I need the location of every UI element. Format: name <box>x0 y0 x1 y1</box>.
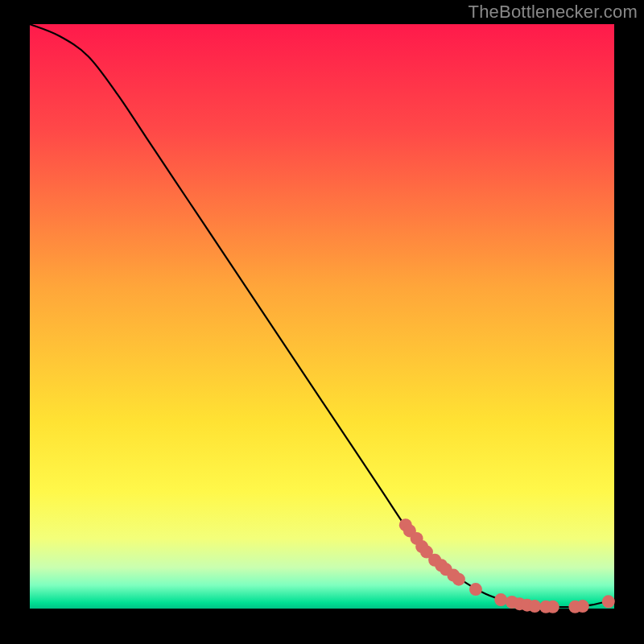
data-point <box>469 583 482 596</box>
data-point <box>547 601 559 613</box>
data-point <box>494 593 507 606</box>
data-point <box>452 573 465 586</box>
attribution-text: TheBottlenecker.com <box>469 2 638 23</box>
chart-container: TheBottlenecker.com <box>0 0 644 644</box>
data-point <box>528 600 541 613</box>
chart-svg <box>0 0 644 644</box>
plot-background <box>30 24 614 609</box>
data-point <box>602 595 615 608</box>
data-point <box>576 600 589 613</box>
